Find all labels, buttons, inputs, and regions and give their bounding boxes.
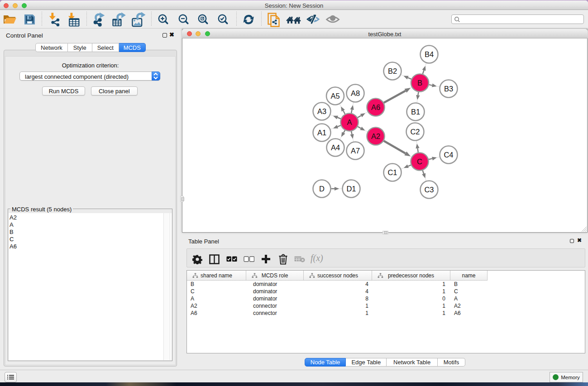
svg-text:B3: B3	[444, 85, 453, 93]
svg-text:B2: B2	[388, 67, 397, 75]
svg-text:C3: C3	[424, 186, 434, 194]
svg-text:A8: A8	[351, 89, 360, 97]
svg-text:D: D	[319, 185, 325, 193]
svg-text:A5: A5	[330, 92, 339, 100]
svg-text:B1: B1	[411, 108, 420, 116]
svg-text:C1: C1	[387, 168, 397, 176]
svg-text:B4: B4	[425, 50, 434, 58]
svg-text:A1: A1	[317, 129, 326, 137]
svg-text:A: A	[347, 118, 352, 126]
svg-text:C: C	[417, 157, 422, 166]
svg-text:A7: A7	[351, 147, 360, 155]
svg-text:A2: A2	[371, 132, 380, 140]
svg-text:C2: C2	[410, 128, 420, 136]
svg-text:A3: A3	[317, 107, 326, 115]
svg-text:A4: A4	[331, 143, 340, 152]
svg-text:A6: A6	[371, 103, 380, 111]
svg-text:B: B	[417, 79, 422, 87]
svg-text:C4: C4	[444, 151, 453, 159]
svg-text:D1: D1	[346, 185, 356, 193]
